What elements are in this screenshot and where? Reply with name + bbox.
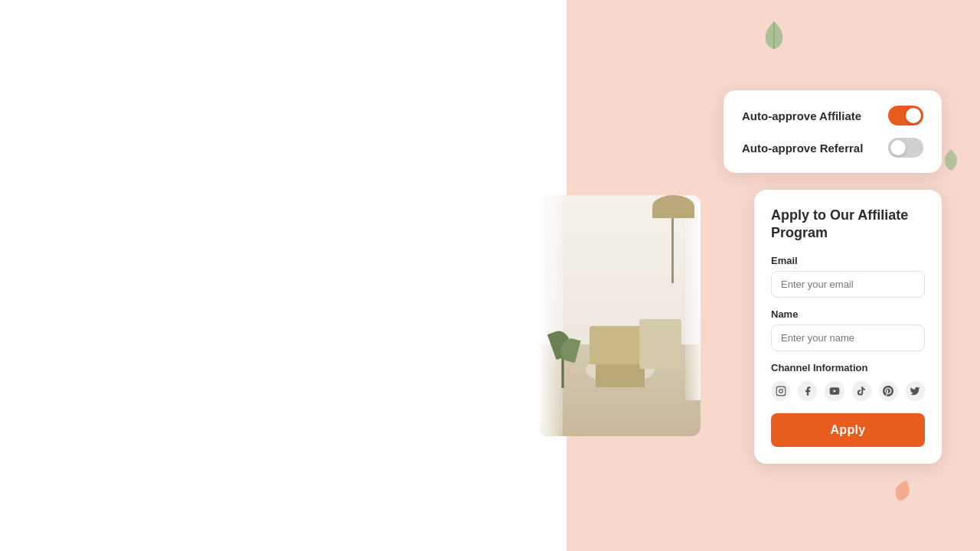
svg-rect-1 <box>776 386 786 396</box>
youtube-icon[interactable] <box>825 381 844 401</box>
toggle-row-affiliate: Auto-approve Affiliate <box>742 106 923 126</box>
affiliate-toggle[interactable] <box>888 106 923 126</box>
room-scene <box>540 195 701 436</box>
referral-toggle-label: Auto-approve Referral <box>742 142 863 155</box>
affiliate-toggle-label: Auto-approve Affiliate <box>742 109 861 122</box>
leaf-bottom-right-icon <box>894 480 911 501</box>
channel-label: Channel Information <box>771 362 925 373</box>
twitter-icon[interactable] <box>906 381 925 401</box>
tiktok-icon[interactable] <box>852 381 871 401</box>
svg-point-2 <box>779 389 782 393</box>
leaf-top-right-icon <box>763 21 785 49</box>
email-label: Email <box>771 255 925 266</box>
leaf-mid-right-icon <box>943 149 959 171</box>
referral-toggle[interactable] <box>888 138 923 158</box>
svg-point-3 <box>782 388 783 389</box>
form-title: Apply to Our Affiliate Program <box>771 207 925 243</box>
name-label: Name <box>771 308 925 320</box>
channel-icons <box>771 381 925 401</box>
affiliate-toggle-knob <box>906 108 921 123</box>
pinterest-icon[interactable] <box>879 381 898 401</box>
referral-toggle-knob <box>890 140 906 155</box>
auto-approve-card: Auto-approve Affiliate Auto-approve Refe… <box>724 90 942 173</box>
product-image <box>540 195 701 436</box>
affiliate-form-card: Apply to Our Affiliate Program Email Nam… <box>754 190 942 464</box>
name-input[interactable] <box>771 324 925 351</box>
apply-button[interactable]: Apply <box>771 413 925 447</box>
facebook-icon[interactable] <box>798 381 817 401</box>
instagram-icon[interactable] <box>771 381 790 401</box>
left-background <box>0 0 567 551</box>
toggle-row-referral: Auto-approve Referral <box>742 138 923 158</box>
email-input[interactable] <box>771 271 925 298</box>
